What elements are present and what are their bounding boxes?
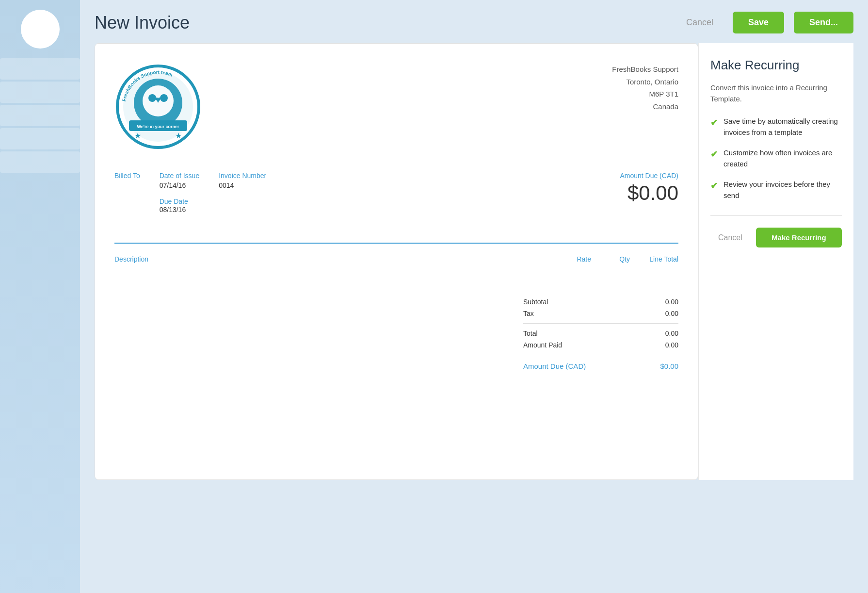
header-save-button[interactable]: Save <box>733 12 784 33</box>
svg-text:★: ★ <box>134 132 141 140</box>
invoice-top: ♥ We're in your corner ★ ★ FreshBooks Su… <box>114 63 678 152</box>
sidebar-item-1[interactable] <box>0 58 80 80</box>
sidebar-item-2[interactable] <box>0 82 80 103</box>
check-icon-1: ✔ <box>710 116 718 130</box>
subtotal-row: Subtotal 0.00 <box>523 296 678 308</box>
billed-to-label: Billed To <box>114 172 140 180</box>
date-of-issue-label: Date of Issue <box>160 172 200 180</box>
amount-paid-row: Amount Paid 0.00 <box>523 339 678 351</box>
amount-due-cad-row: Amount Due (CAD) $0.00 <box>523 359 678 373</box>
check-icon-3: ✔ <box>710 180 718 193</box>
date-of-issue-field: Date of Issue 07/14/16 Due Date 08/13/16 <box>160 172 200 214</box>
totals-table: Subtotal 0.00 Tax 0.00 Total 0.00 Amount… <box>523 296 678 373</box>
line-total-column-header: Line Total <box>630 255 678 263</box>
company-name: FreshBooks Support <box>612 63 678 76</box>
billed-to-field: Billed To <box>114 172 140 181</box>
total-row: Total 0.00 <box>523 328 678 339</box>
amount-paid-value: 0.00 <box>665 341 678 349</box>
svg-text:★: ★ <box>175 132 182 140</box>
page-title: New Invoice <box>95 13 667 33</box>
totals-divider-2 <box>523 355 678 355</box>
due-date-label: Due Date <box>160 198 188 205</box>
tax-row: Tax 0.00 <box>523 308 678 319</box>
panel-cancel-button[interactable]: Cancel <box>710 229 750 247</box>
sidebar-item-3[interactable] <box>0 105 80 126</box>
feature-text-3: Review your invoices before they send <box>723 179 842 201</box>
total-value: 0.00 <box>665 329 678 337</box>
total-label: Total <box>523 329 538 337</box>
description-column-header: Description <box>114 255 543 263</box>
panel-divider <box>710 215 842 216</box>
tax-value: 0.00 <box>665 310 678 317</box>
check-icon-2: ✔ <box>710 148 718 161</box>
amount-due-cad-label: Amount Due (CAD) <box>523 362 586 370</box>
right-panel: Make Recurring Convert this invoice into… <box>698 43 853 480</box>
amount-due-field: Amount Due (CAD) $0.00 <box>620 172 678 205</box>
company-country: Canada <box>612 100 678 113</box>
user-avatar <box>21 10 60 49</box>
content-layout: ♥ We're in your corner ★ ★ FreshBooks Su… <box>95 43 853 480</box>
totals-divider-1 <box>523 323 678 324</box>
company-city: Toronto, Ontario <box>612 76 678 88</box>
feature-text-1: Save time by automatically creating invo… <box>723 116 842 138</box>
panel-description: Convert this invoice into a Recurring Te… <box>710 82 842 104</box>
invoice-meta: Billed To Date of Issue 07/14/16 Due Dat… <box>114 172 678 214</box>
company-logo: ♥ We're in your corner ★ ★ FreshBooks Su… <box>114 63 202 152</box>
svg-text:We're in your corner: We're in your corner <box>137 124 179 129</box>
invoice-number-label: Invoice Number <box>219 172 266 180</box>
make-recurring-button[interactable]: Make Recurring <box>756 228 842 247</box>
amount-due-value: $0.00 <box>620 181 678 205</box>
subtotal-label: Subtotal <box>523 298 548 306</box>
line-items-section: Description Rate Qty Line Total <box>114 243 678 267</box>
line-items-header: Description Rate Qty Line Total <box>114 251 678 267</box>
company-info: FreshBooks Support Toronto, Ontario M6P … <box>612 63 678 152</box>
panel-title: Make Recurring <box>710 58 842 73</box>
feature-text-2: Customize how often invoices are created <box>723 148 842 169</box>
feature-item-2: ✔ Customize how often invoices are creat… <box>710 148 842 169</box>
sidebar-nav <box>0 58 80 175</box>
main-content: New Invoice Cancel Save Send... <box>80 0 868 593</box>
due-date-value: 08/13/16 <box>160 206 200 214</box>
invoice-card: ♥ We're in your corner ★ ★ FreshBooks Su… <box>95 43 698 480</box>
company-postal: M6P 3T1 <box>612 88 678 100</box>
date-of-issue-value: 07/14/16 <box>160 181 200 189</box>
subtotal-value: 0.00 <box>665 298 678 306</box>
sidebar-item-4[interactable] <box>0 128 80 149</box>
svg-point-5 <box>160 94 168 102</box>
panel-actions: Cancel Make Recurring <box>710 228 842 247</box>
rate-column-header: Rate <box>543 255 591 263</box>
amount-due-label: Amount Due (CAD) <box>620 172 678 180</box>
header-send-button[interactable]: Send... <box>794 12 853 33</box>
sidebar <box>0 0 80 593</box>
invoice-number-value: 0014 <box>219 181 266 189</box>
amount-paid-label: Amount Paid <box>523 341 562 349</box>
qty-column-header: Qty <box>591 255 630 263</box>
feature-item-3: ✔ Review your invoices before they send <box>710 179 842 201</box>
invoice-number-field: Invoice Number 0014 <box>219 172 266 189</box>
tax-label: Tax <box>523 310 534 317</box>
sidebar-item-5[interactable] <box>0 151 80 173</box>
feature-item-1: ✔ Save time by automatically creating in… <box>710 116 842 138</box>
page-header: New Invoice Cancel Save Send... <box>95 12 853 33</box>
feature-list: ✔ Save time by automatically creating in… <box>710 116 842 201</box>
header-cancel-button[interactable]: Cancel <box>676 13 723 33</box>
amount-due-cad-value: $0.00 <box>660 362 678 370</box>
svg-text:♥: ♥ <box>155 94 161 105</box>
totals-section: Subtotal 0.00 Tax 0.00 Total 0.00 Amount… <box>114 296 678 373</box>
